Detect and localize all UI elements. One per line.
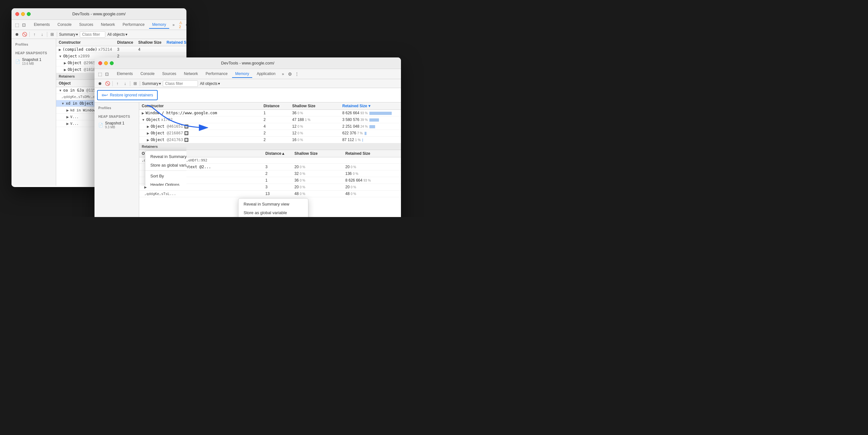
table-row[interactable]: ▼Object x1782 2 47 188 1 % 3 580 576 39 …	[139, 117, 401, 123]
table-row[interactable]: ▶Window / https://www.google.com 1 36 0 …	[139, 110, 401, 117]
snapshot1-item-1[interactable]: 📄 Snapshot 1 13.6 MB	[11, 56, 56, 67]
device-icon-1[interactable]: ⊡	[21, 22, 27, 28]
close-button-1[interactable]	[15, 12, 19, 16]
ret-col-distance-2[interactable]: Distance▲	[263, 150, 292, 157]
restore-banner-label: Restore ignored retainers	[110, 93, 153, 97]
maximize-button-2[interactable]	[110, 61, 114, 65]
col-distance-1[interactable]: Distance	[115, 39, 136, 46]
table-row[interactable]: ▶Object @216867 🔲 2 12 0 % 622 376 7 %	[139, 130, 401, 136]
clear-icon-1[interactable]: 🚫	[22, 32, 27, 37]
ctx-reveal-label-1: Reveal in Summary view	[150, 154, 186, 159]
col-distance-2[interactable]: Distance	[261, 102, 289, 110]
maximize-button-1[interactable]	[27, 12, 31, 16]
objects-select-1[interactable]: All objects ▾	[107, 32, 127, 37]
view-select-2[interactable]: Summary ▾	[142, 82, 161, 86]
minimize-button-2[interactable]	[104, 61, 108, 65]
col-retained-1[interactable]: Retained Size ▾	[164, 39, 186, 46]
ctx-store-label-2: Store as global variable	[244, 210, 287, 215]
snapshot-icon-2: 📄	[98, 123, 103, 127]
tab-performance-2[interactable]: Performance	[203, 70, 231, 78]
view-select-1[interactable]: Summary ▾	[59, 32, 78, 37]
snapshot1-name-1: Snapshot 1	[22, 57, 41, 62]
clear-icon-2[interactable]: 🚫	[105, 81, 111, 87]
col-shallow-1[interactable]: Shallow Size	[136, 39, 164, 46]
minimize-button-1[interactable]	[21, 12, 25, 16]
sep-2	[47, 32, 47, 37]
ctx-sortby-label-1: Sort By	[150, 174, 164, 178]
sep2-2	[130, 81, 130, 86]
device-icon-2[interactable]: ⊡	[104, 71, 110, 77]
tab-application-2[interactable]: Application	[253, 70, 279, 78]
record-icon-1[interactable]: ⏺	[14, 32, 20, 37]
tab-elements-2[interactable]: Elements	[114, 70, 136, 78]
sep2-3	[140, 81, 140, 86]
ctx-sortby-1[interactable]: Sort By ▶	[145, 172, 186, 180]
table-row[interactable]: ,qddgKe,sTsL... 13 48 0 % 48 0 %	[139, 190, 401, 197]
sep2-1	[112, 81, 113, 86]
restore-ignored-retainers-button[interactable]: ≡↩ Restore ignored retainers	[97, 90, 158, 100]
restore-icon: ≡↩	[101, 93, 108, 98]
objects-arrow-1: ▾	[125, 32, 127, 37]
ctx-reveal-1[interactable]: Reveal in Summary view	[145, 152, 186, 161]
tab-console-2[interactable]: Console	[137, 70, 158, 78]
tab-sources-1[interactable]: Sources	[76, 21, 96, 29]
context-menu-2: Reveal in Summary view Store as global v…	[238, 198, 308, 217]
download-icon-1[interactable]: ↓	[39, 32, 45, 37]
upload-icon-2[interactable]: ↑	[115, 81, 120, 87]
restore-banner-container: ≡↩ Restore ignored retainers	[94, 88, 401, 102]
col-constructor-1[interactable]: Constructor	[56, 39, 115, 46]
download-icon-2[interactable]: ↓	[122, 81, 128, 87]
record-icon-2[interactable]: ⏺	[97, 81, 103, 87]
sep-3	[57, 32, 57, 37]
nav-icons-2: ⬚ ⊡	[97, 71, 110, 77]
heap-snapshots-label-2: HEAP SNAPSHOTS	[94, 114, 139, 120]
inspector-icon-1[interactable]: ⬚	[14, 22, 20, 28]
devtools-body-2: Profiles HEAP SNAPSHOTS 📄 Snapshot 1 9.3…	[94, 102, 401, 217]
class-filter-input-1[interactable]	[80, 31, 105, 38]
more-tabs-icon-1[interactable]: »	[170, 21, 177, 28]
ret-col-shallow-2[interactable]: Shallow Size	[292, 150, 343, 157]
settings-icon-1[interactable]: ⚙	[185, 22, 186, 28]
class-filter-input-2[interactable]	[163, 81, 198, 87]
close-button-2[interactable]	[98, 61, 102, 65]
more-tabs-icon-2[interactable]: »	[280, 70, 286, 77]
tab-console-1[interactable]: Console	[54, 21, 75, 29]
ctx-store-1[interactable]: Store as global variable	[145, 161, 186, 169]
table-row[interactable]: ▶Object @461651 🔲 4 12 0 % 2 251 048 24 …	[139, 123, 401, 130]
more-options-icon-2[interactable]: ⋮	[294, 71, 300, 77]
collect-icon-2[interactable]: ⊞	[132, 81, 138, 87]
upload-icon-1[interactable]: ↑	[32, 32, 37, 37]
toolbar-2: ⏺ 🚫 ↑ ↓ ⊞ Summary ▾ All objects ▾	[94, 79, 401, 88]
window-title-2: DevTools - www.google.com/	[221, 61, 275, 65]
objects-label-2: All objects	[200, 82, 217, 86]
tab-network-2[interactable]: Network	[181, 70, 201, 78]
tab-network-1[interactable]: Network	[98, 21, 118, 29]
sidebar-2: Profiles HEAP SNAPSHOTS 📄 Snapshot 1 9.3…	[94, 102, 139, 217]
collect-icon-1[interactable]: ⊞	[49, 32, 55, 37]
sidebar-1: Profiles HEAP SNAPSHOTS 📄 Snapshot 1 13.…	[11, 39, 56, 186]
context-menu-1: Reveal in Summary view Store as global v…	[145, 151, 186, 186]
tab-performance-1[interactable]: Performance	[119, 21, 148, 29]
col-shallow-2[interactable]: Shallow Size	[289, 102, 340, 110]
ctx-reveal-2[interactable]: Reveal in Summary view	[239, 200, 308, 209]
table-row[interactable]: ▶(compiled code) x75214 3 4	[56, 46, 186, 53]
tab-memory-1[interactable]: Memory	[149, 21, 169, 29]
col-retained-2[interactable]: Retained Size ▾	[340, 102, 401, 110]
tab-elements-1[interactable]: Elements	[31, 21, 53, 29]
sep-1	[29, 32, 30, 37]
tab-memory-2[interactable]: Memory	[232, 70, 252, 78]
table-row[interactable]: ▶Object @241763 🔲 2 16 0 % 87 112 1 %	[139, 136, 401, 143]
snapshot1-item-2[interactable]: 📄 Snapshot 1 9.3 MB	[94, 120, 139, 130]
col-constructor-2[interactable]: Constructor	[139, 102, 261, 110]
ctx-header-1[interactable]: Header Options ▶	[145, 180, 186, 186]
snapshot1-size-2: 9.3 MB	[105, 125, 124, 129]
settings-icon-2[interactable]: ⚙	[287, 71, 293, 77]
nav-bar-2: ⬚ ⊡ Elements Console Sources Network Per…	[94, 69, 401, 79]
inspector-icon-2[interactable]: ⬚	[97, 71, 103, 77]
devtools-window-2: DevTools - www.google.com/ ⬚ ⊡ Elements …	[94, 57, 401, 217]
view-select-label-2: Summary	[142, 82, 158, 86]
ctx-store-2[interactable]: Store as global variable	[239, 209, 308, 217]
ret-col-retained-2[interactable]: Retained Size	[343, 150, 401, 157]
tab-sources-2[interactable]: Sources	[159, 70, 179, 78]
objects-select-2[interactable]: All objects ▾	[200, 82, 220, 86]
